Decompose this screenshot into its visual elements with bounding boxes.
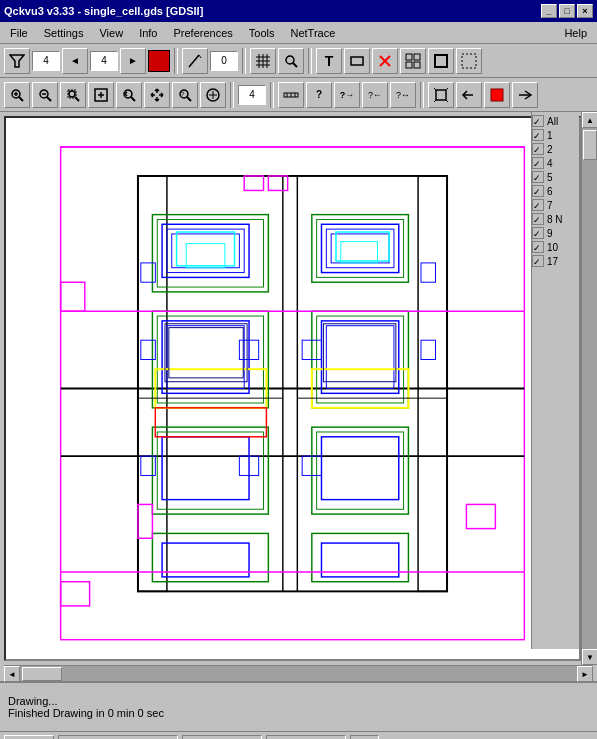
svg-marker-0 — [10, 55, 24, 67]
layer-5-checkbox[interactable] — [532, 171, 544, 183]
bottom-bar: TOPMSPCHIP1 2367.782 481.433 um — [0, 731, 597, 739]
layer-input[interactable]: 4 — [32, 51, 60, 71]
vertical-scrollbar[interactable]: ▲ ▼ — [581, 112, 597, 665]
zoom-level-input[interactable] — [238, 85, 266, 105]
svg-text:?: ? — [181, 91, 185, 97]
toolbar-1: 4 ◄ 4 ► T — [0, 44, 597, 78]
help1-button[interactable]: ? — [306, 82, 332, 108]
menu-help[interactable]: Help — [556, 25, 595, 41]
toolbar-2: ? ? ?→ ?← ?↔ — [0, 78, 597, 112]
text-tool[interactable]: T — [316, 48, 342, 74]
layer-1-checkbox[interactable] — [532, 129, 544, 141]
menu-info[interactable]: Info — [131, 25, 165, 41]
layer-right-button[interactable]: ► — [120, 48, 146, 74]
layer-4[interactable]: 4 — [532, 156, 579, 170]
menu-preferences[interactable]: Preferences — [166, 25, 241, 41]
layer-1[interactable]: 1 — [532, 128, 579, 142]
layer-7-label: 7 — [547, 200, 553, 211]
menu-nettrace[interactable]: NetTrace — [283, 25, 344, 41]
layer-all[interactable]: All — [532, 114, 579, 128]
layer-7[interactable]: 7 — [532, 198, 579, 212]
zoom-custom-button[interactable]: ? — [172, 82, 198, 108]
zoom-fit-button[interactable] — [88, 82, 114, 108]
highlight-button[interactable] — [484, 82, 510, 108]
layer-17[interactable]: 17 — [532, 254, 579, 268]
menu-file[interactable]: File — [2, 25, 36, 41]
menu-view[interactable]: View — [91, 25, 131, 41]
layer-6-checkbox[interactable] — [532, 185, 544, 197]
window-controls: _ □ × — [541, 4, 593, 18]
svg-line-2 — [199, 55, 201, 58]
h-scroll-thumb[interactable] — [22, 667, 62, 681]
scroll-up-button[interactable]: ▲ — [582, 112, 597, 128]
layer-8n-label: 8 N — [547, 214, 563, 225]
menu-bar: File Settings View Info Preferences Tool… — [0, 22, 597, 44]
scroll-down-button[interactable]: ▼ — [582, 649, 597, 665]
svg-point-27 — [69, 91, 75, 97]
pattern-tool[interactable] — [400, 48, 426, 74]
layer-17-checkbox[interactable] — [532, 255, 544, 267]
datatype-input[interactable]: 4 — [90, 51, 118, 71]
color-swatch[interactable] — [148, 50, 170, 72]
compass-button[interactable] — [200, 82, 226, 108]
menu-tools[interactable]: Tools — [241, 25, 283, 41]
help4-button[interactable]: ?↔ — [390, 82, 416, 108]
scroll-right-button[interactable]: ► — [577, 666, 593, 682]
h-scroll-track[interactable] — [20, 666, 577, 681]
back-tool-button[interactable] — [456, 82, 482, 108]
main-area: ▲ ▼ — [0, 112, 597, 665]
select-rect-tool[interactable] — [344, 48, 370, 74]
help2-button[interactable]: ?→ — [334, 82, 360, 108]
layer-8n[interactable]: 8 N — [532, 212, 579, 226]
zoom-prev-button[interactable] — [116, 82, 142, 108]
close-button[interactable]: × — [577, 4, 593, 18]
minimize-button[interactable]: _ — [541, 4, 557, 18]
layer-4-checkbox[interactable] — [532, 157, 544, 169]
layer-6[interactable]: 6 — [532, 184, 579, 198]
layer-10-checkbox[interactable] — [532, 241, 544, 253]
cut-tool[interactable] — [372, 48, 398, 74]
chip-svg — [6, 118, 579, 659]
layer-left-button[interactable]: ◄ — [62, 48, 88, 74]
layer-all-checkbox[interactable] — [532, 115, 544, 127]
svg-rect-15 — [414, 54, 420, 60]
title-text: Qckvu3 v3.33 - single_cell.gds [GDSII] — [4, 5, 203, 17]
menu-settings[interactable]: Settings — [36, 25, 92, 41]
grid-button[interactable] — [250, 48, 276, 74]
rect-outline-tool[interactable] — [428, 48, 454, 74]
svg-rect-11 — [351, 57, 363, 65]
bottom-left-button[interactable] — [4, 735, 54, 740]
help3-button[interactable]: ?← — [362, 82, 388, 108]
layer-8n-checkbox[interactable] — [532, 213, 544, 225]
zoom-out-button[interactable] — [32, 82, 58, 108]
scroll-track[interactable] — [582, 128, 597, 649]
canvas-area[interactable] — [4, 116, 581, 661]
layer-9-label: 9 — [547, 228, 553, 239]
arrow-out-button[interactable] — [512, 82, 538, 108]
layer-10[interactable]: 10 — [532, 240, 579, 254]
horizontal-scrollbar[interactable]: ◄ ► — [4, 665, 593, 681]
zoom-rect-button[interactable] — [60, 82, 86, 108]
scroll-thumb[interactable] — [583, 130, 597, 160]
magnify-button[interactable] — [278, 48, 304, 74]
layer-5[interactable]: 5 — [532, 170, 579, 184]
draw-input[interactable] — [210, 51, 238, 71]
svg-line-10 — [293, 63, 297, 67]
pan-button[interactable] — [144, 82, 170, 108]
draw-tool[interactable] — [182, 48, 208, 74]
coord-x-field: 2367.782 — [182, 735, 262, 740]
ruler-button[interactable] — [278, 82, 304, 108]
scroll-left-button[interactable]: ◄ — [4, 666, 20, 682]
filter-button[interactable] — [4, 48, 30, 74]
layer-2-checkbox[interactable] — [532, 143, 544, 155]
zoom-in-button[interactable] — [4, 82, 30, 108]
layer-9-checkbox[interactable] — [532, 227, 544, 239]
maximize-button[interactable]: □ — [559, 4, 575, 18]
layer-7-checkbox[interactable] — [532, 199, 544, 211]
dotted-pattern-tool[interactable] — [456, 48, 482, 74]
extent-button[interactable] — [428, 82, 454, 108]
status-line-1: Drawing... — [8, 695, 589, 707]
svg-rect-19 — [462, 54, 476, 68]
layer-2[interactable]: 2 — [532, 142, 579, 156]
layer-9[interactable]: 9 — [532, 226, 579, 240]
